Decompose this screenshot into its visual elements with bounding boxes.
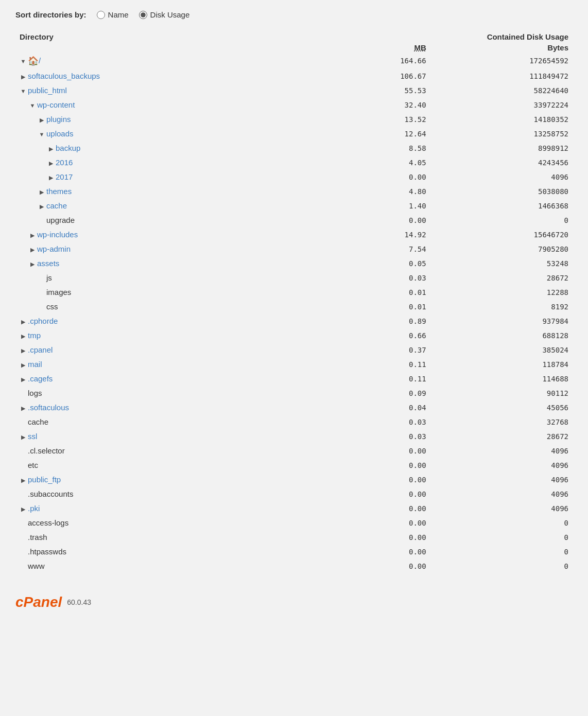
table-row: ▶.cphorde0.89937984 — [15, 314, 573, 328]
dir-link[interactable]: 2016 — [56, 158, 73, 167]
expand-right-icon[interactable]: ▶ — [29, 232, 36, 239]
table-row: ▶themes4.805038080 — [15, 184, 573, 199]
expand-down-icon[interactable]: ▼ — [29, 102, 36, 109]
dir-link[interactable]: .softaculous — [28, 403, 69, 412]
bytes-cell: 0 — [430, 559, 573, 573]
table-row: images0.0112288 — [15, 285, 573, 300]
mb-cell: 0.03 — [324, 271, 430, 285]
table-row: logs0.0990112 — [15, 386, 573, 400]
expand-right-icon[interactable]: ▶ — [20, 318, 27, 325]
bytes-cell: 4096 — [430, 170, 573, 184]
dir-link[interactable]: wp-includes — [37, 230, 78, 239]
expand-down-icon[interactable]: ▼ — [20, 88, 27, 95]
expand-none — [38, 216, 45, 223]
col-header-dir-blank — [15, 42, 324, 53]
dir-cell: css — [15, 300, 324, 314]
sort-name-radio[interactable] — [97, 11, 105, 19]
dir-link[interactable]: mail — [28, 360, 42, 369]
mb-cell: 7.54 — [324, 242, 430, 256]
dir-cell: etc — [15, 458, 324, 473]
sort-by-disk-option[interactable]: Disk Usage — [139, 10, 190, 19]
col-header-bytes: Bytes — [430, 42, 573, 53]
dir-link[interactable]: / — [39, 56, 41, 65]
mb-cell: 0.03 — [324, 415, 430, 429]
table-row: ▼public_html55.5358224640 — [15, 83, 573, 98]
col-header-directory: Directory — [15, 31, 324, 42]
expand-down-icon[interactable]: ▼ — [38, 131, 45, 138]
expand-right-icon[interactable]: ▶ — [20, 477, 27, 484]
bytes-cell: 172654592 — [430, 53, 573, 69]
mb-cell: 13.52 — [324, 112, 430, 127]
table-row: ▶20170.004096 — [15, 170, 573, 184]
dir-name: cache — [28, 417, 48, 426]
table-row: cache0.0332768 — [15, 415, 573, 429]
table-row: ▶plugins13.5214180352 — [15, 112, 573, 127]
dir-cell: ▶.softaculous — [15, 400, 324, 415]
expand-right-icon[interactable]: ▶ — [20, 361, 27, 369]
mb-cell: 4.80 — [324, 184, 430, 199]
dir-link[interactable]: ssl — [28, 432, 37, 441]
expand-right-icon[interactable]: ▶ — [47, 160, 55, 167]
dir-link[interactable]: tmp — [28, 331, 41, 340]
expand-none — [20, 461, 27, 468]
col-header-contained: Contained Disk Usage — [324, 31, 573, 42]
mb-cell: 0.00 — [324, 444, 430, 458]
expand-right-icon[interactable]: ▶ — [38, 116, 45, 124]
dir-link[interactable]: themes — [46, 187, 72, 196]
expand-right-icon[interactable]: ▶ — [38, 203, 45, 210]
sort-by-name-option[interactable]: Name — [97, 10, 129, 19]
mb-cell: 14.92 — [324, 228, 430, 242]
bytes-cell: 4096 — [430, 458, 573, 473]
expand-right-icon[interactable]: ▶ — [47, 145, 55, 152]
mb-cell: 0.04 — [324, 400, 430, 415]
expand-right-icon[interactable]: ▶ — [20, 73, 27, 80]
expand-right-icon[interactable]: ▶ — [20, 376, 27, 383]
expand-right-icon[interactable]: ▶ — [20, 505, 27, 513]
dir-link[interactable]: public_html — [28, 86, 67, 95]
dir-link[interactable]: wp-content — [37, 100, 75, 109]
dir-link[interactable]: .cpanel — [28, 345, 53, 354]
bytes-cell: 114688 — [430, 372, 573, 386]
dir-cell: ▶2016 — [15, 155, 324, 170]
dir-cell: .trash — [15, 530, 324, 545]
table-row: js0.0328672 — [15, 271, 573, 285]
dir-link[interactable]: softaculous_backups — [28, 72, 100, 80]
dir-link[interactable]: cache — [46, 201, 67, 210]
table-row: ▶wp-includes14.9215646720 — [15, 228, 573, 242]
bytes-cell: 0 — [430, 213, 573, 228]
table-row: ▶mail0.11118784 — [15, 357, 573, 372]
dir-name: logs — [28, 389, 42, 397]
home-expand[interactable]: ▼ — [20, 58, 27, 65]
dir-name: etc — [28, 461, 38, 469]
bytes-cell: 1466368 — [430, 199, 573, 213]
dir-link[interactable]: plugins — [46, 115, 71, 124]
table-row: ▶tmp0.66688128 — [15, 328, 573, 343]
sort-disk-radio[interactable] — [139, 11, 147, 19]
dir-link[interactable]: 2017 — [56, 172, 73, 181]
expand-right-icon[interactable]: ▶ — [38, 188, 45, 196]
expand-right-icon[interactable]: ▶ — [20, 333, 27, 340]
dir-cell: logs — [15, 386, 324, 400]
expand-right-icon[interactable]: ▶ — [20, 347, 27, 354]
expand-right-icon[interactable]: ▶ — [20, 433, 27, 441]
dir-link[interactable]: .pki — [28, 504, 40, 513]
expand-right-icon[interactable]: ▶ — [47, 174, 55, 181]
expand-none — [20, 490, 27, 497]
expand-right-icon[interactable]: ▶ — [29, 246, 36, 253]
dir-link[interactable]: backup — [56, 144, 80, 152]
bytes-cell: 4243456 — [430, 155, 573, 170]
dir-link[interactable]: assets — [37, 259, 59, 268]
dir-link[interactable]: uploads — [46, 129, 74, 138]
dir-link[interactable]: wp-admin — [37, 245, 71, 253]
bytes-cell: 385024 — [430, 343, 573, 357]
dir-link[interactable]: .cphorde — [28, 317, 58, 325]
dir-link[interactable]: .cagefs — [28, 374, 53, 383]
expand-right-icon[interactable]: ▶ — [20, 405, 27, 412]
expand-none — [20, 562, 27, 569]
dir-cell: ▼🏠/ — [15, 53, 324, 69]
expand-right-icon[interactable]: ▶ — [29, 260, 36, 268]
dir-cell: ▶mail — [15, 357, 324, 372]
expand-none — [20, 417, 27, 425]
dir-link[interactable]: public_ftp — [28, 475, 61, 484]
table-row: ▶ssl0.0328672 — [15, 429, 573, 444]
